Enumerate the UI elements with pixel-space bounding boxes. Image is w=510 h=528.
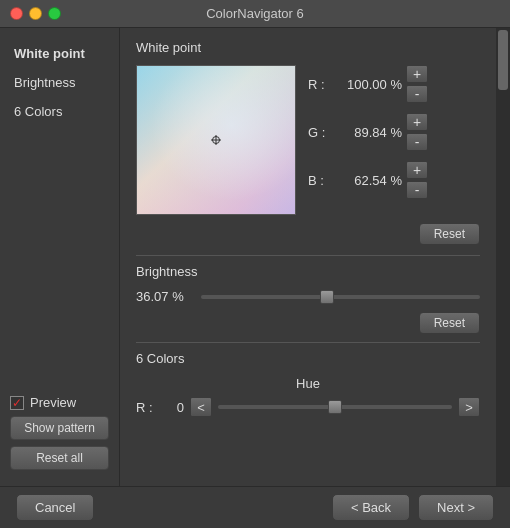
rgb-controls: R : 100.00 % + - G : 89.84 % + - (308, 65, 480, 199)
checkmark-icon: ✓ (12, 397, 22, 409)
window-title: ColorNavigator 6 (206, 6, 304, 21)
six-colors-r-row: R : 0 < > (136, 397, 480, 417)
g-plus-button[interactable]: + (406, 113, 428, 131)
g-plus-minus: + - (406, 113, 428, 151)
g-minus-button[interactable]: - (406, 133, 428, 151)
divider-1 (136, 255, 480, 256)
r-value: 100.00 % (332, 77, 402, 92)
g-label: G : (308, 125, 328, 140)
show-pattern-button[interactable]: Show pattern (10, 416, 109, 440)
bottom-bar: Cancel < Back Next > (0, 486, 510, 528)
brightness-section: Brightness 36.07 % Reset (136, 264, 480, 334)
r-plus-button[interactable]: + (406, 65, 428, 83)
next-button[interactable]: Next > (418, 494, 494, 521)
sidebar: White point Brightness 6 Colors ✓ Previe… (0, 28, 120, 486)
r-minus-button[interactable]: - (406, 85, 428, 103)
brightness-row: 36.07 % (136, 289, 480, 304)
brightness-slider-thumb[interactable] (320, 290, 334, 304)
b-minus-button[interactable]: - (406, 181, 428, 199)
bottom-right-buttons: < Back Next > (332, 494, 494, 521)
g-value: 89.84 % (332, 125, 402, 140)
content-area: White point R : (120, 28, 496, 486)
preview-checkbox[interactable]: ✓ (10, 396, 24, 410)
scrollbar-thumb[interactable] (498, 30, 508, 90)
sidebar-item-white-point[interactable]: White point (10, 44, 109, 63)
divider-2 (136, 342, 480, 343)
g-row: G : 89.84 % + - (308, 113, 480, 151)
preview-row: ✓ Preview (10, 395, 109, 410)
b-plus-button[interactable]: + (406, 161, 428, 179)
close-button[interactable] (10, 7, 23, 20)
white-point-section: White point R : (136, 40, 480, 245)
six-colors-title: 6 Colors (136, 351, 480, 366)
b-label: B : (308, 173, 328, 188)
six-colors-left-arrow-button[interactable]: < (190, 397, 212, 417)
white-point-reset-row: Reset (136, 223, 480, 245)
r-plus-minus: + - (406, 65, 428, 103)
sidebar-item-brightness[interactable]: Brightness (10, 73, 109, 92)
hue-label: Hue (136, 376, 480, 391)
six-colors-slider-track[interactable] (218, 405, 452, 409)
brightness-value: 36.07 % (136, 289, 191, 304)
color-square[interactable] (136, 65, 296, 215)
white-point-title: White point (136, 40, 480, 55)
color-square-inner (137, 66, 295, 214)
b-plus-minus: + - (406, 161, 428, 199)
white-point-reset-button[interactable]: Reset (419, 223, 480, 245)
brightness-title: Brightness (136, 264, 480, 279)
back-button[interactable]: < Back (332, 494, 410, 521)
titlebar-buttons (10, 7, 61, 20)
six-colors-section: 6 Colors Hue R : 0 < > (136, 351, 480, 417)
minimize-button[interactable] (29, 7, 42, 20)
six-colors-right-arrow-button[interactable]: > (458, 397, 480, 417)
maximize-button[interactable] (48, 7, 61, 20)
white-point-body: R : 100.00 % + - G : 89.84 % + - (136, 65, 480, 215)
r-label: R : (308, 77, 328, 92)
preview-label: Preview (30, 395, 76, 410)
six-colors-r-label: R : (136, 400, 156, 415)
titlebar: ColorNavigator 6 (0, 0, 510, 28)
six-colors-slider-thumb[interactable] (328, 400, 342, 414)
sidebar-bottom: ✓ Preview Show pattern Reset all (10, 395, 109, 470)
reset-all-button[interactable]: Reset all (10, 446, 109, 470)
b-value: 62.54 % (332, 173, 402, 188)
brightness-reset-button[interactable]: Reset (419, 312, 480, 334)
brightness-reset-row: Reset (136, 312, 480, 334)
brightness-slider-track[interactable] (201, 295, 480, 299)
r-row: R : 100.00 % + - (308, 65, 480, 103)
crosshair-icon (211, 135, 221, 145)
six-colors-r-value: 0 (162, 400, 184, 415)
cancel-button[interactable]: Cancel (16, 494, 94, 521)
b-row: B : 62.54 % + - (308, 161, 480, 199)
sidebar-item-6-colors[interactable]: 6 Colors (10, 102, 109, 121)
scrollbar[interactable] (496, 28, 510, 486)
main-layout: White point Brightness 6 Colors ✓ Previe… (0, 28, 510, 486)
